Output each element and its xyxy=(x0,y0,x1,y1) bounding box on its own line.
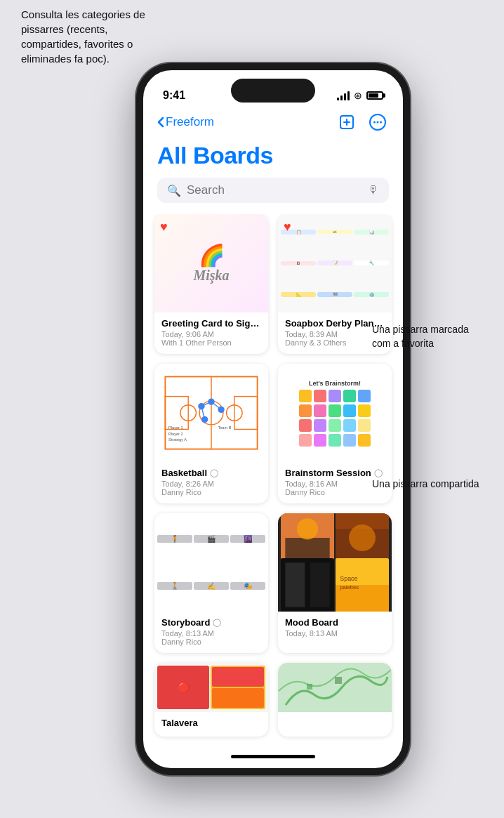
board-name-soapbox: Soapbox Derby Plann... xyxy=(285,318,385,329)
page-title: All Boards xyxy=(143,139,403,178)
svg-point-4 xyxy=(380,121,382,124)
board-card-moodboard[interactable]: Space palettes Mood Board Today, 8:13 AM xyxy=(278,513,392,653)
board-card-greeting[interactable]: ♥ 🌈 Mişka Greeting Card to Sign... Today… xyxy=(154,214,268,354)
board-date-moodboard: Today, 8:13 AM xyxy=(285,629,385,638)
heart-badge-soapbox: ♥ xyxy=(284,220,291,235)
phone-frame: 9:41 ⊛ Freeform xyxy=(136,63,410,775)
board-name-brainstorm: Brainstorm Session xyxy=(285,468,371,478)
board-name-basketball: Basketball xyxy=(161,468,207,478)
share-icon-brainstorm: ◯ xyxy=(374,468,383,477)
mood-img2 xyxy=(336,513,389,565)
mood-img1 xyxy=(281,513,334,565)
board-date-soapbox: Today, 8:39 AM xyxy=(285,330,385,338)
svg-rect-31 xyxy=(285,562,305,607)
board-thumb-greeting: ♥ 🌈 Mişka xyxy=(154,214,268,312)
svg-point-29 xyxy=(349,525,376,551)
svg-text:Space: Space xyxy=(340,574,357,581)
svg-rect-39 xyxy=(335,677,342,684)
nav-bar: Freeform xyxy=(143,108,403,139)
svg-rect-38 xyxy=(307,684,312,690)
boards-grid: ♥ 🌈 Mişka Greeting Card to Sign... Today… xyxy=(143,214,403,748)
dynamic-island xyxy=(231,79,315,103)
svg-point-26 xyxy=(297,518,318,539)
board-date-storyboard: Today, 8:13 AM xyxy=(161,629,261,638)
svg-rect-37 xyxy=(279,663,391,712)
brainstorm-sticky-grid xyxy=(299,390,371,447)
board-date-brainstorm: Today, 8:16 AM xyxy=(285,480,385,488)
board-author-storyboard: Danny Rico xyxy=(161,638,261,646)
board-author-basketball: Danny Rico xyxy=(161,488,261,496)
more-button[interactable] xyxy=(366,111,389,133)
board-name-moodboard: Mood Board xyxy=(285,617,338,628)
back-button[interactable]: Freeform xyxy=(157,115,214,129)
nav-right-buttons xyxy=(336,111,389,133)
share-icon-basketball: ◯ xyxy=(210,468,218,477)
callout-top-annotation: Consulta les categories de pissarres (re… xyxy=(21,7,161,66)
scene: Consulta les categories de pissarres (re… xyxy=(0,0,504,818)
board-author-greeting: With 1 Other Person xyxy=(161,338,261,347)
svg-point-2 xyxy=(373,121,376,124)
board-name-storyboard: Storyboard xyxy=(161,617,210,628)
brainstorm-title: Let's Brainstorm! xyxy=(309,380,361,387)
status-icons: ⊛ xyxy=(337,90,383,101)
board-info-talavera: talavera xyxy=(154,712,268,737)
board-card-map[interactable] xyxy=(278,663,392,737)
search-icon: 🔍 xyxy=(167,184,181,197)
board-info-basketball: Basketball ◯ Today, 8:26 AM Danny Rico xyxy=(154,462,268,503)
basketball-court-svg: Player 1 Player 2 Strategy A Team B xyxy=(159,368,264,458)
board-date-greeting: Today, 9:06 AM xyxy=(161,330,261,338)
board-thumb-storyboard: 🧍 🎬 🌆 🚶 ✍️ 🎭 xyxy=(154,513,268,612)
svg-text:palettes: palettes xyxy=(340,584,359,591)
signal-icon xyxy=(337,91,350,100)
map-svg xyxy=(278,663,392,712)
board-date-basketball: Today, 8:26 AM xyxy=(161,480,261,488)
board-thumb-map xyxy=(278,663,392,712)
search-bar[interactable]: 🔍 🎙 xyxy=(157,178,389,203)
board-card-storyboard[interactable]: 🧍 🎬 🌆 🚶 ✍️ 🎭 Storyboard ◯ Today, 8:13 AM… xyxy=(154,513,268,653)
callout-shared: Una pissarra compartida xyxy=(372,477,484,492)
board-thumb-basketball: Player 1 Player 2 Strategy A Team B xyxy=(154,364,268,462)
callout-favorite: Una pissarra marcada com a favorita xyxy=(372,323,484,350)
board-info-moodboard: Mood Board Today, 8:13 AM xyxy=(278,612,392,645)
svg-text:Strategy A: Strategy A xyxy=(168,437,187,442)
chevron-left-icon xyxy=(157,117,164,128)
board-info-storyboard: Storyboard ◯ Today, 8:13 AM Danny Rico xyxy=(154,612,268,653)
board-author-soapbox: Danny & 3 Others xyxy=(285,338,385,347)
svg-text:Team B: Team B xyxy=(218,426,231,430)
board-card-basketball[interactable]: Player 1 Player 2 Strategy A Team B Bask… xyxy=(154,364,268,503)
board-thumb-moodboard: Space palettes xyxy=(278,513,392,612)
board-card-talavera[interactable]: 🔴 talavera xyxy=(154,663,268,737)
compose-icon xyxy=(338,114,355,131)
home-indicator xyxy=(231,755,315,758)
board-name-greeting: Greeting Card to Sign... xyxy=(161,318,261,329)
board-thumb-brainstorm: Let's Brainstorm! xyxy=(278,364,392,462)
mic-icon[interactable]: 🎙 xyxy=(368,184,379,197)
board-author-brainstorm: Danny Rico xyxy=(285,488,385,496)
board-info-map xyxy=(278,712,392,726)
share-icon-storyboard: ◯ xyxy=(213,618,221,627)
svg-point-3 xyxy=(377,121,379,124)
svg-rect-25 xyxy=(285,538,329,560)
svg-text:Player 2: Player 2 xyxy=(168,432,183,436)
mood-img4: Space palettes xyxy=(336,558,389,612)
more-icon xyxy=(369,113,387,131)
board-info-greeting: Greeting Card to Sign... Today, 9:06 AM … xyxy=(154,312,268,354)
search-input[interactable] xyxy=(187,183,362,197)
wifi-icon: ⊛ xyxy=(354,90,362,101)
new-board-button[interactable] xyxy=(336,111,358,133)
back-label: Freeform xyxy=(166,115,214,129)
mood-img3 xyxy=(281,558,334,612)
status-time: 9:41 xyxy=(163,89,185,102)
board-name-talavera: talavera xyxy=(161,718,198,728)
board-thumb-soapbox: ♥ 📋 🏎 📊 🗓 📝 🔧 📐 🏁 ⚙️ xyxy=(278,214,392,312)
heart-badge-greeting: ♥ xyxy=(160,220,168,235)
board-thumb-talavera: 🔴 xyxy=(154,663,268,712)
battery-icon xyxy=(366,91,383,100)
svg-text:Player 1: Player 1 xyxy=(168,426,183,430)
svg-rect-32 xyxy=(310,562,330,607)
